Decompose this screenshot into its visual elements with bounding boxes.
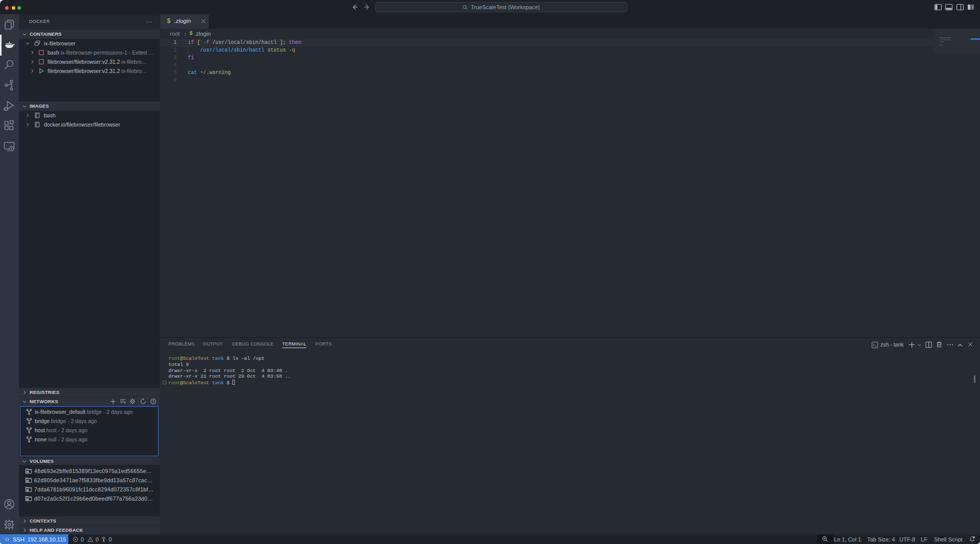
svg-text:?: ? (152, 400, 154, 403)
